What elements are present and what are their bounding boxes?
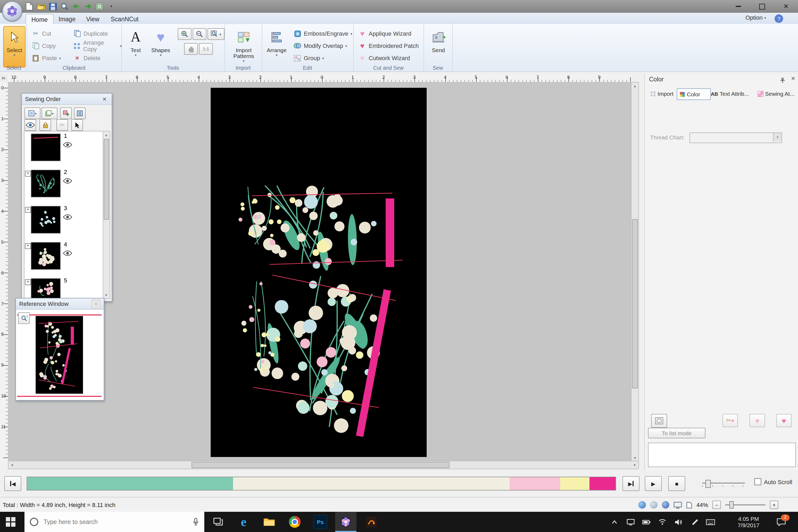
shapes-tool-button[interactable]: ♥ Shapes ▾ — [149, 26, 172, 68]
auto-scroll-option[interactable]: Auto Scroll — [754, 478, 792, 485]
tray-keyboard-icon[interactable] — [703, 512, 717, 532]
stop-button[interactable]: ■ — [668, 476, 685, 491]
cut-button[interactable]: ✂Cut — [30, 28, 69, 39]
scroll-right-arrow[interactable]: ▸ — [631, 461, 639, 468]
open-file-icon[interactable] — [36, 2, 46, 11]
item-thumbnail[interactable] — [31, 170, 61, 197]
modify-overlap-button[interactable]: Modify Overlap▾ — [291, 40, 353, 51]
scroll-up-arrow[interactable]: ▴ — [631, 82, 639, 89]
vertical-scrollbar[interactable]: ▴ ▾ — [631, 82, 639, 462]
sewing-order-scrollbar[interactable]: ▴ ▾ — [103, 131, 110, 299]
arrange-copy-button[interactable]: Arrange Copy▾ — [71, 40, 122, 51]
slider-thumb[interactable] — [705, 480, 711, 488]
zoom-in-button[interactable] — [178, 28, 191, 40]
tab-import[interactable]: Import — [648, 88, 679, 99]
scroll-up-arrow[interactable]: ▴ — [103, 131, 110, 138]
horizontal-scroll-thumb[interactable] — [191, 462, 450, 468]
task-view-button[interactable] — [208, 512, 229, 532]
reference-preview[interactable] — [36, 316, 83, 394]
import-patterns-button[interactable]: Import Patterns ▾ — [228, 26, 260, 68]
tab-home[interactable]: Home — [25, 14, 54, 24]
visibility-toggle[interactable] — [63, 249, 73, 256]
edge-icon[interactable]: e — [233, 512, 254, 532]
tab-view[interactable]: View — [81, 14, 104, 24]
zoom-in-button[interactable]: + — [770, 500, 778, 509]
applique-wizard-button[interactable]: ♥Applique Wizard — [357, 28, 423, 39]
sewing-order-item-3[interactable]: + 3 — [24, 205, 103, 240]
item-thumbnail[interactable] — [31, 206, 61, 233]
delete-button[interactable]: ×Delete — [71, 53, 122, 63]
applique-scissors-button[interactable]: ✂♥ — [722, 414, 738, 427]
file-explorer-icon[interactable] — [259, 512, 280, 532]
tray-volume-icon[interactable] — [671, 512, 685, 532]
design-page-icon[interactable] — [95, 2, 104, 11]
solid-view-icon[interactable] — [662, 501, 669, 509]
reference-window-titlebar[interactable]: Reference Window ✕ — [16, 299, 104, 310]
thread-chart-dropdown[interactable]: ▾ — [689, 132, 782, 143]
tray-pen-icon[interactable] — [687, 512, 701, 532]
redo-icon[interactable] — [83, 2, 93, 11]
frame-display-button[interactable]: ▾ — [24, 108, 40, 119]
help-icon[interactable]: ? — [775, 14, 783, 23]
zoom-tool-icon[interactable] — [60, 2, 69, 11]
expand-icon[interactable]: + — [25, 171, 31, 177]
tab-sewing-attributes[interactable]: Sewing At... — [756, 88, 798, 99]
tray-monitor-icon[interactable] — [624, 512, 637, 532]
sewing-order-item-1[interactable]: 1 — [24, 132, 103, 168]
close-icon[interactable]: ✕ — [100, 95, 109, 103]
realistic-view-icon[interactable] — [639, 501, 646, 509]
item-thumbnail[interactable] — [31, 278, 61, 299]
thumbnail-size-button[interactable] — [74, 108, 86, 119]
zoom-fit-button[interactable]: ▾ — [208, 28, 225, 40]
minimize-button[interactable] — [726, 0, 750, 13]
undo-icon[interactable] — [71, 2, 81, 11]
sewing-order-titlebar[interactable]: Sewing Order ✕ — [22, 94, 112, 105]
emboss-engrave-button[interactable]: Emboss/Engrave▾ — [291, 28, 353, 39]
microphone-icon[interactable] — [193, 518, 199, 526]
select-object-button[interactable] — [71, 119, 83, 131]
horizontal-scrollbar[interactable]: ◂ ▸ — [8, 461, 639, 469]
tab-image[interactable]: Image — [53, 14, 81, 24]
copy-button[interactable]: Copy — [30, 40, 69, 51]
cutwork-wizard-button[interactable]: ♥Cutwork Wizard — [357, 53, 423, 63]
tab-color[interactable]: Color — [677, 88, 711, 100]
send-button[interactable]: Send — [427, 26, 450, 68]
zoom-out-button[interactable] — [193, 28, 206, 40]
text-tool-button[interactable]: A Text ▾ — [126, 26, 146, 68]
taskbar-clock[interactable]: 4:05 PM 7/9/2017 — [732, 512, 765, 532]
zoom-slider[interactable] — [725, 501, 765, 509]
arrange-button[interactable]: Arrange ▾ — [265, 26, 288, 68]
expand-icon[interactable]: + — [25, 207, 31, 213]
scroll-down-arrow[interactable]: ▾ — [631, 454, 639, 461]
embroidered-patch-button[interactable]: ♥Embroidered Patch — [357, 40, 423, 51]
paste-button[interactable]: Paste▾ — [30, 53, 69, 63]
visibility-toggle[interactable] — [63, 213, 73, 220]
chrome-icon[interactable] — [284, 512, 305, 532]
zoom-out-button[interactable]: − — [712, 500, 721, 509]
vertical-scroll-thumb[interactable] — [632, 219, 638, 388]
visibility-toggle[interactable] — [63, 177, 73, 184]
action-center-button[interactable]: 2 — [772, 512, 791, 532]
go-to-start-button[interactable]: ◀ — [4, 476, 21, 491]
go-to-end-button[interactable]: ▶ — [623, 476, 640, 491]
item-thumbnail[interactable] — [31, 134, 61, 161]
tray-expand-chevron[interactable] — [608, 512, 621, 532]
hide-object-button[interactable] — [24, 119, 36, 131]
tray-battery-icon[interactable] — [640, 512, 653, 532]
to-list-mode-button[interactable]: To list mode — [648, 428, 705, 438]
tab-text-attributes[interactable]: AB Text Attrib... — [709, 88, 759, 99]
hoop-view-button[interactable] — [651, 414, 667, 428]
auto-scroll-checkbox[interactable] — [754, 478, 761, 485]
visibility-toggle[interactable] — [63, 140, 73, 148]
scroll-down-arrow[interactable]: ▾ — [103, 291, 110, 299]
design-property-button[interactable]: ▾ — [41, 108, 57, 119]
taskbar-search-box[interactable] — [24, 512, 204, 532]
duplicate-button[interactable]: Duplicate — [71, 28, 122, 39]
photoshop-icon[interactable]: Ps — [310, 512, 331, 532]
zoom-mode-button[interactable] — [18, 312, 30, 324]
new-document-icon[interactable] — [24, 2, 34, 11]
pin-icon[interactable] — [779, 76, 786, 86]
speed-slider[interactable] — [702, 480, 745, 487]
close-icon[interactable]: ✕ — [791, 76, 795, 81]
add-color-button[interactable] — [60, 108, 72, 119]
